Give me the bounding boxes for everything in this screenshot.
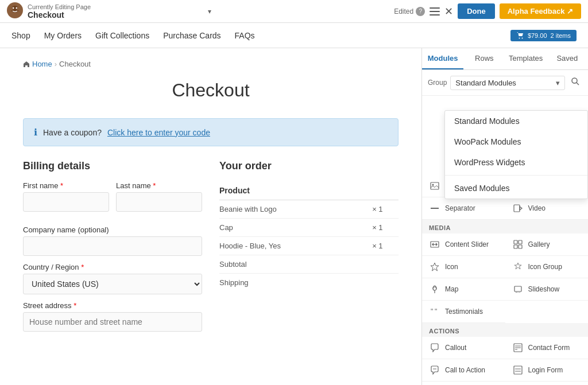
search-button[interactable] bbox=[568, 75, 582, 91]
last-name-label: Last name * bbox=[116, 181, 202, 190]
panel: Modules Rows Templates Saved Group Stand… bbox=[421, 48, 588, 385]
nav-my-orders[interactable]: My Orders bbox=[44, 31, 82, 40]
module-icon-group[interactable]: Icon Group bbox=[505, 256, 589, 278]
admin-bar-info: Currently Editing Page Checkout bbox=[28, 3, 201, 20]
nav-gift-collections[interactable]: Gift Collections bbox=[95, 31, 149, 40]
callout-label: Callout bbox=[445, 344, 466, 352]
name-row: First name * Last name * bbox=[23, 181, 202, 219]
breadcrumb-separator: › bbox=[55, 60, 57, 68]
company-group: Company name (optional) bbox=[23, 225, 202, 256]
module-separator[interactable]: Separator bbox=[422, 197, 505, 220]
coupon-link[interactable]: Click here to enter your code bbox=[107, 128, 210, 137]
nav-faqs[interactable]: FAQs bbox=[235, 31, 255, 40]
company-label: Company name (optional) bbox=[23, 225, 202, 234]
dropdown-item-woopack[interactable]: WooPack Modules bbox=[445, 131, 587, 152]
tab-rows[interactable]: Rows bbox=[463, 48, 505, 69]
page-title: Checkout bbox=[23, 80, 399, 101]
country-label: Country / Region * bbox=[23, 263, 202, 271]
first-name-label: First name * bbox=[23, 181, 109, 190]
slideshow-icon bbox=[512, 283, 524, 295]
page-title-area: Checkout bbox=[23, 80, 399, 101]
svg-rect-44 bbox=[514, 366, 522, 374]
icon-group-label: Icon Group bbox=[528, 263, 562, 271]
svg-rect-6 bbox=[430, 7, 440, 9]
module-callout[interactable]: Callout bbox=[422, 337, 505, 359]
dropdown-divider bbox=[445, 175, 587, 176]
table-row: Beanie with Logo × 1 bbox=[219, 200, 399, 219]
tab-modules[interactable]: Modules bbox=[422, 48, 463, 69]
item-qty-0: × 1 bbox=[372, 200, 399, 219]
icon-group-icon bbox=[512, 261, 524, 273]
close-button[interactable]: ✕ bbox=[444, 5, 453, 18]
checkout-grid: Billing details First name * Last name * bbox=[23, 160, 399, 339]
dropdown-item-standard[interactable]: Standard Modules bbox=[445, 111, 587, 131]
subtotal-row: Subtotal bbox=[219, 255, 399, 274]
svg-marker-30 bbox=[431, 263, 439, 271]
svg-marker-24 bbox=[432, 243, 434, 246]
nav-purchase-cards[interactable]: Purchase Cards bbox=[163, 31, 220, 40]
item-qty-2: × 1 bbox=[372, 237, 399, 255]
order-section: Your order Product Beanie with Logo × 1 bbox=[219, 160, 399, 339]
module-content-slider[interactable]: Content Slider bbox=[422, 234, 505, 256]
tab-saved[interactable]: Saved bbox=[547, 48, 588, 69]
svg-marker-25 bbox=[436, 243, 438, 246]
order-heading: Your order bbox=[219, 160, 399, 172]
group-select-wrapper: Standard Modules ▾ bbox=[450, 76, 565, 90]
alpha-feedback-button[interactable]: Alpha Feedback ↗ bbox=[500, 3, 581, 19]
shipping-row: Shipping bbox=[219, 274, 399, 292]
module-login-form[interactable]: Login Form bbox=[505, 359, 589, 382]
module-menu[interactable]: Menu bbox=[422, 382, 505, 385]
svg-point-4 bbox=[10, 7, 13, 10]
module-gallery[interactable]: Gallery bbox=[505, 234, 589, 256]
svg-rect-7 bbox=[430, 11, 440, 12]
table-row: Hoodie - Blue, Yes × 1 bbox=[219, 237, 399, 255]
product-header: Product bbox=[219, 181, 372, 200]
done-button[interactable]: Done bbox=[458, 3, 495, 19]
video-icon bbox=[512, 203, 524, 214]
svg-rect-33 bbox=[514, 286, 521, 291]
last-name-input[interactable] bbox=[116, 192, 202, 212]
logo bbox=[7, 2, 23, 20]
admin-bar: Currently Editing Page Checkout ▾ Edited… bbox=[0, 0, 588, 23]
svg-point-32 bbox=[433, 287, 436, 290]
module-search[interactable]: Search bbox=[505, 382, 589, 385]
module-video[interactable]: Video bbox=[505, 197, 589, 220]
call-to-action-icon bbox=[429, 364, 440, 376]
gallery-label: Gallery bbox=[528, 240, 550, 248]
first-name-group: First name * bbox=[23, 181, 109, 212]
module-map[interactable]: Map bbox=[422, 278, 505, 301]
required-star-2: * bbox=[153, 181, 156, 190]
module-testimonials[interactable]: "" Testimonials bbox=[422, 301, 505, 323]
country-select[interactable]: United States (US) bbox=[23, 274, 202, 294]
dropdown-item-wordpress[interactable]: WordPress Widgets bbox=[445, 152, 587, 173]
svg-marker-21 bbox=[520, 207, 522, 210]
tab-templates[interactable]: Templates bbox=[505, 48, 547, 69]
billing-heading: Billing details bbox=[23, 160, 202, 172]
module-contact-form[interactable]: Contact Form bbox=[505, 337, 589, 359]
company-input[interactable] bbox=[23, 236, 202, 256]
cart-summary[interactable]: $79.00 2 items bbox=[510, 30, 577, 41]
group-label: Group bbox=[428, 79, 447, 87]
coupon-text: Have a coupon? bbox=[43, 128, 102, 137]
first-name-input[interactable] bbox=[23, 192, 109, 212]
list-icon-button[interactable] bbox=[430, 6, 440, 17]
street-group: Street address * bbox=[23, 301, 202, 332]
icon-module-icon bbox=[429, 261, 440, 273]
street-input[interactable] bbox=[23, 312, 202, 332]
dropdown-item-saved[interactable]: Saved Modules bbox=[445, 178, 587, 199]
separator-icon bbox=[429, 203, 440, 214]
testimonials-icon: "" bbox=[429, 306, 440, 317]
edited-status: Edited ? bbox=[394, 7, 425, 16]
svg-text:": " bbox=[431, 308, 433, 316]
video-label: Video bbox=[528, 204, 546, 212]
chevron-down-icon[interactable]: ▾ bbox=[208, 7, 211, 15]
module-call-to-action[interactable]: Call to Action bbox=[422, 359, 505, 382]
item-name-0: Beanie with Logo bbox=[219, 200, 372, 219]
separator-label: Separator bbox=[445, 204, 475, 212]
group-select-display[interactable]: Standard Modules ▾ bbox=[450, 76, 565, 90]
module-icon[interactable]: Icon bbox=[422, 256, 505, 278]
help-icon[interactable]: ? bbox=[416, 7, 425, 16]
breadcrumb-home[interactable]: Home bbox=[32, 60, 52, 68]
nav-shop[interactable]: Shop bbox=[11, 31, 30, 40]
module-slideshow[interactable]: Slideshow bbox=[505, 278, 589, 301]
